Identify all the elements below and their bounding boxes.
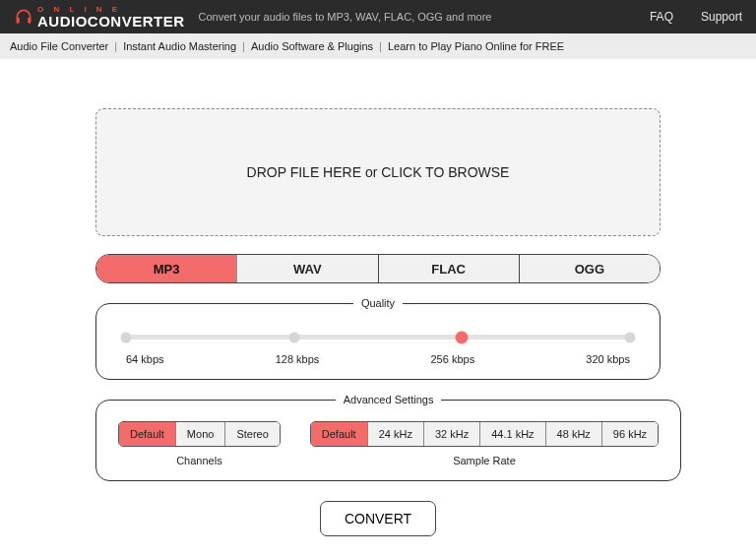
samplerate-48[interactable]: 48 kHz	[546, 422, 602, 446]
channels-default[interactable]: Default	[119, 422, 176, 446]
logo-main-text: AUDIOCONVERTER	[37, 14, 185, 29]
quality-label-320: 320 kbps	[586, 353, 630, 365]
samplerate-group: Default 24 kHz 32 kHz 44.1 kHz 48 kHz 96…	[310, 421, 659, 447]
quality-stop-256[interactable]	[456, 331, 469, 343]
channels-label: Channels	[118, 455, 281, 466]
nav-faq[interactable]: FAQ	[650, 10, 673, 24]
tab-flac[interactable]: FLAC	[379, 255, 520, 282]
quality-stop-128[interactable]	[288, 332, 299, 342]
svg-rect-1	[28, 18, 31, 24]
quality-stop-64[interactable]	[121, 332, 132, 342]
top-nav: FAQ Support	[650, 10, 742, 24]
advanced-panel: Advanced Settings Default Mono Stereo Ch…	[95, 394, 681, 481]
logo[interactable]: O N L I N E AUDIOCONVERTER	[14, 6, 185, 29]
channels-mono[interactable]: Mono	[176, 422, 226, 446]
subnav-audio-file-converter[interactable]: Audio File Converter	[10, 40, 108, 52]
tab-mp3[interactable]: MP3	[96, 255, 237, 282]
tab-ogg[interactable]: OGG	[520, 255, 660, 282]
nav-support[interactable]: Support	[701, 10, 742, 24]
quality-label-256: 256 kbps	[431, 353, 475, 365]
top-bar: O N L I N E AUDIOCONVERTER Convert your …	[0, 0, 756, 33]
subnav-learn-piano[interactable]: Learn to Play Piano Online for FREE	[388, 40, 564, 52]
advanced-legend: Advanced Settings	[336, 394, 442, 405]
format-tabs: MP3 WAV FLAC OGG	[95, 254, 661, 283]
samplerate-24[interactable]: 24 kHz	[368, 422, 424, 446]
quality-panel: Quality 64 kbps 128 kbps 256 kbps 320 kb…	[95, 297, 661, 380]
quality-slider[interactable]: 64 kbps 128 kbps 256 kbps 320 kbps	[126, 335, 630, 365]
sub-nav: Audio File Converter| Instant Audio Mast…	[0, 33, 756, 59]
quality-stop-320[interactable]	[625, 332, 636, 342]
samplerate-32[interactable]: 32 kHz	[424, 422, 480, 446]
channels-stereo[interactable]: Stereo	[225, 422, 279, 446]
subnav-audio-software-plugins[interactable]: Audio Software & Plugins	[251, 40, 373, 52]
samplerate-label: Sample Rate	[310, 455, 659, 466]
quality-label-128: 128 kbps	[276, 353, 320, 365]
tab-wav[interactable]: WAV	[237, 255, 378, 282]
headphones-icon	[14, 7, 33, 27]
svg-rect-0	[17, 18, 20, 24]
samplerate-default[interactable]: Default	[311, 422, 368, 446]
samplerate-44[interactable]: 44.1 kHz	[480, 422, 545, 446]
convert-button[interactable]: CONVERT	[320, 501, 436, 536]
samplerate-96[interactable]: 96 kHz	[602, 422, 658, 446]
dropzone-text: DROP FILE HERE or CLICK TO BROWSE	[247, 164, 510, 180]
quality-label-64: 64 kbps	[126, 353, 164, 365]
quality-legend: Quality	[353, 297, 403, 309]
channels-group: Default Mono Stereo	[118, 421, 281, 447]
subnav-instant-audio-mastering[interactable]: Instant Audio Mastering	[123, 40, 236, 52]
tagline: Convert your audio files to MP3, WAV, FL…	[199, 11, 492, 23]
dropzone[interactable]: DROP FILE HERE or CLICK TO BROWSE	[95, 108, 661, 236]
